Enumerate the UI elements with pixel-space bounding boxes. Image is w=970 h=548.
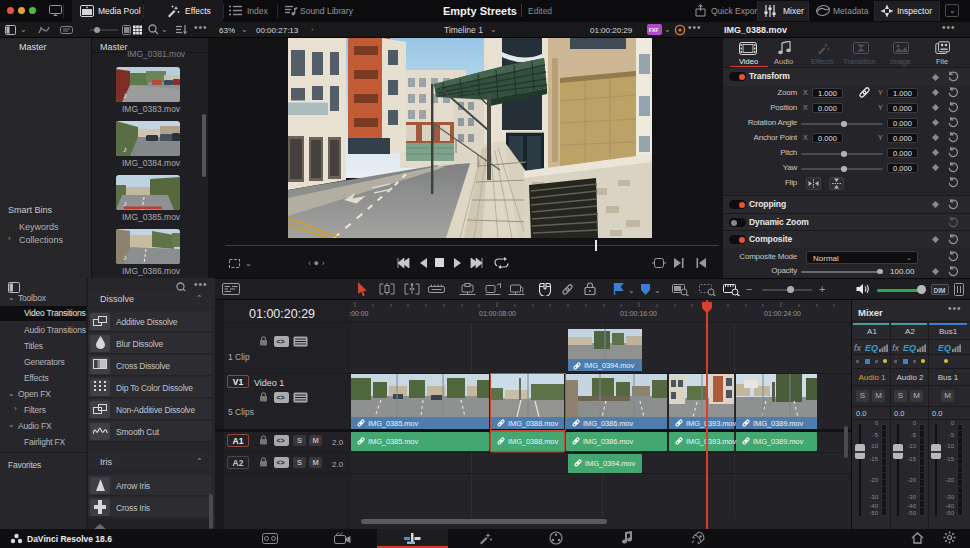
svg-text:♪: ♪	[123, 91, 127, 100]
svg-text:♪: ♪	[123, 199, 127, 208]
svg-text:♪: ♪	[123, 145, 127, 154]
svg-text:♪: ♪	[123, 253, 127, 262]
